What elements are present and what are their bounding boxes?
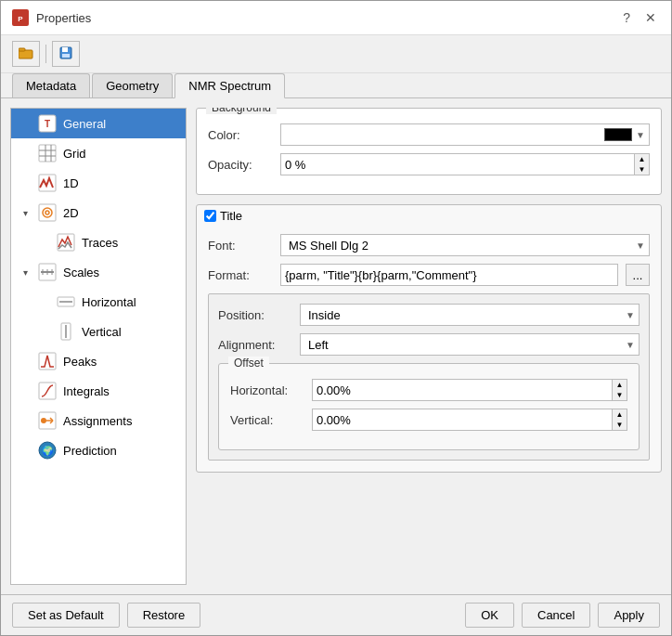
position-value: Inside [304,308,622,322]
h-offset-up-btn[interactable]: ▲ [613,380,627,390]
sidebar-item-peaks[interactable]: Peaks [11,346,186,376]
cancel-button[interactable]: Cancel [522,603,590,628]
sidebar-item-grid[interactable]: Grid [11,138,186,168]
sidebar-item-1d[interactable]: 1D [11,168,186,198]
sidebar-label-peaks: Peaks [63,355,97,369]
position-label: Position: [218,308,292,322]
color-dropdown[interactable]: ▼ [280,123,650,146]
alignment-value: Left [304,338,622,352]
footer: Set as Default Restore OK Cancel Apply [1,594,671,635]
offset-group: Offset Horizontal: ▲ [218,363,640,450]
sidebar-label-1d: 1D [63,176,79,190]
color-swatch [604,128,632,141]
h-offset-btns: ▲ ▼ [612,380,627,400]
format-ellipsis-button[interactable]: ... [626,264,650,286]
h-offset-down-btn[interactable]: ▼ [613,390,627,400]
sidebar-item-vertical[interactable]: Vertical [11,317,186,346]
peaks-icon [37,351,58,371]
font-dropdown-arrow: ▼ [636,240,645,251]
format-label: Format: [208,268,273,282]
tab-geometry[interactable]: Geometry [92,73,173,97]
svg-rect-3 [19,48,25,51]
sidebar-item-prediction[interactable]: 🌍 Prediction [11,435,186,465]
sidebar-item-scales[interactable]: ▾ Scales [11,257,186,287]
svg-rect-15 [39,204,56,221]
color-row: Color: ▼ [208,123,650,146]
v-offset-spinner[interactable]: ▲ ▼ [312,409,627,431]
sidebar-label-2d: 2D [63,206,79,220]
close-button[interactable]: ✕ [641,8,660,27]
tab-metadata[interactable]: Metadata [12,73,90,97]
opacity-spinner-btns: ▲ ▼ [634,154,649,175]
alignment-row: Alignment: Left ▼ [218,333,640,356]
footer-right: OK Cancel Apply [465,603,660,628]
opacity-row: Opacity: ▲ ▼ [208,153,650,175]
font-dropdown[interactable]: MS Shell Dlg 2 ▼ [280,234,650,256]
vertical-icon [56,321,76,342]
sidebar-label-grid: Grid [63,147,86,161]
opacity-up-btn[interactable]: ▲ [635,154,649,164]
2d-toggle[interactable]: ▾ [19,206,32,219]
font-value: MS Shell Dlg 2 [285,239,632,253]
scales-toggle[interactable]: ▾ [19,266,32,279]
toolbar [1,35,671,73]
sidebar-item-general[interactable]: T General [11,109,186,138]
svg-rect-9 [39,145,56,162]
alignment-dropdown-arrow: ▼ [626,340,635,350]
alignment-dropdown[interactable]: Left ▼ [300,333,640,356]
font-row: Font: MS Shell Dlg 2 ▼ [208,234,650,256]
background-group-title: Background [206,108,277,114]
position-row: Position: Inside ▼ [218,304,640,326]
sidebar-item-assignments[interactable]: Assignments [11,406,186,435]
format-input[interactable] [280,264,618,286]
apply-button[interactable]: Apply [598,603,660,628]
opacity-label: Opacity: [208,158,273,172]
opacity-input[interactable] [281,154,634,175]
assignments-icon [37,410,58,431]
title-checkbox[interactable] [204,210,216,222]
offset-group-header: Offset [219,364,639,371]
v-offset-input[interactable] [313,409,612,430]
sidebar-label-horizontal: Horizontal [82,295,136,309]
h-offset-row: Horizontal: ▲ ▼ [230,379,627,401]
opacity-spinner[interactable]: ▲ ▼ [280,153,650,175]
set-as-default-button[interactable]: Set as Default [12,603,120,628]
h-offset-input[interactable] [313,380,612,400]
prediction-icon: 🌍 [37,440,58,461]
position-dropdown[interactable]: Inside ▼ [300,304,640,326]
toolbar-separator [45,45,46,63]
sidebar-item-2d[interactable]: ▾ 2D [11,198,186,227]
save-button[interactable] [52,41,80,67]
folder-icon [19,46,33,62]
help-button[interactable]: ? [619,8,634,27]
sidebar-item-integrals[interactable]: Integrals [11,376,186,406]
svg-text:P: P [18,15,23,23]
v-offset-down-btn[interactable]: ▼ [613,420,627,430]
h-offset-spinner[interactable]: ▲ ▼ [312,379,627,401]
general-icon: T [37,113,58,134]
v-offset-btns: ▲ ▼ [612,409,627,430]
sidebar-label-assignments: Assignments [63,414,132,428]
open-button[interactable] [12,41,40,67]
opacity-down-btn[interactable]: ▼ [635,164,649,175]
sidebar-label-vertical: Vertical [82,325,122,339]
1d-icon [37,173,58,193]
restore-button[interactable]: Restore [127,603,201,628]
title-group: Title Font: MS Shell Dlg 2 ▼ Format: [196,204,662,473]
sidebar-label-traces: Traces [82,236,118,250]
traces-icon [56,232,76,253]
dialog-title: Properties [36,11,91,25]
ok-button[interactable]: OK [465,603,514,628]
h-offset-label: Horizontal: [230,383,304,397]
background-group-content: Color: ▼ Opacity: ▲ ▼ [197,116,661,194]
main-panel: Background Color: ▼ Opacity: [196,108,662,585]
title-bar: P Properties ? ✕ [1,1,671,35]
tab-nmr-spectrum[interactable]: NMR Spectrum [174,73,285,98]
sidebar-label-scales: Scales [63,266,99,279]
sidebar-item-horizontal[interactable]: Horizontal [11,287,186,317]
svg-point-31 [41,418,46,423]
sidebar-label-prediction: Prediction [63,444,117,458]
v-offset-up-btn[interactable]: ▲ [613,409,627,420]
content-area: T General Grid 1D ▾ [1,98,671,594]
sidebar-item-traces[interactable]: Traces [11,227,186,257]
